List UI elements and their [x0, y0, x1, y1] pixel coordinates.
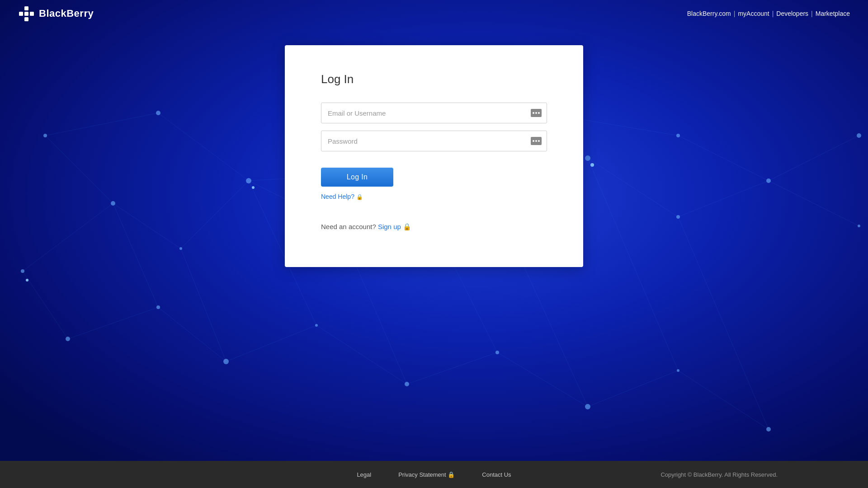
svg-point-55: [677, 369, 679, 372]
svg-rect-67: [24, 6, 28, 10]
svg-point-78: [538, 112, 540, 114]
nav-blackberry-com[interactable]: BlackBerry.com: [687, 10, 731, 17]
signup-prompt: Need an account?: [321, 223, 376, 230]
top-navigation: BlackBerry BlackBerry.com | myAccount | …: [0, 0, 868, 27]
main-content: Log In: [0, 27, 868, 267]
svg-point-62: [26, 279, 28, 282]
svg-point-82: [538, 140, 540, 142]
svg-point-81: [535, 140, 537, 142]
blackberry-logo-icon: [18, 5, 34, 22]
svg-rect-71: [30, 12, 34, 16]
nav-sep-1: |: [734, 10, 736, 17]
signup-section: Need an account? Sign up 🔒: [321, 223, 547, 231]
svg-point-37: [21, 269, 24, 273]
footer: Legal Privacy Statement 🔒 Contact Us Cop…: [0, 461, 868, 488]
footer-contact[interactable]: Contact Us: [482, 471, 511, 478]
svg-point-56: [766, 427, 771, 432]
svg-point-77: [535, 112, 537, 114]
svg-point-80: [533, 140, 534, 142]
svg-point-51: [315, 324, 318, 327]
password-input-icon: [531, 137, 542, 145]
login-card: Log In: [285, 45, 583, 267]
footer-privacy-label: Privacy Statement: [398, 471, 446, 478]
svg-point-50: [223, 359, 229, 364]
nav-my-account[interactable]: myAccount: [738, 10, 769, 17]
svg-point-48: [66, 337, 70, 341]
password-field-group: [321, 131, 547, 151]
svg-point-53: [495, 351, 499, 354]
password-input[interactable]: [321, 131, 547, 151]
nav-sep-3: |: [811, 10, 813, 17]
footer-privacy[interactable]: Privacy Statement 🔒: [398, 471, 455, 478]
svg-rect-69: [19, 12, 23, 16]
footer-copyright: Copyright © BlackBerry. All Rights Reser…: [660, 471, 778, 478]
svg-point-49: [156, 305, 160, 309]
email-field-group: [321, 103, 547, 123]
login-title: Log In: [321, 72, 547, 86]
bb-logo-svg: [18, 5, 34, 22]
logo-area: BlackBerry: [18, 5, 94, 22]
need-help-lock-icon: 🔒: [356, 194, 363, 200]
login-button[interactable]: Log In: [321, 168, 393, 187]
svg-rect-73: [24, 17, 28, 21]
nav-developers[interactable]: Developers: [776, 10, 808, 17]
footer-legal[interactable]: Legal: [357, 471, 371, 478]
signup-lock-icon: 🔒: [403, 223, 411, 230]
brand-name: BlackBerry: [39, 8, 94, 19]
need-help-link[interactable]: Need Help? 🔒: [321, 193, 547, 200]
signup-link[interactable]: Sign up 🔒: [378, 223, 411, 230]
need-help-label: Need Help?: [321, 193, 354, 200]
svg-point-52: [405, 382, 409, 386]
svg-point-76: [533, 112, 534, 114]
signup-link-label: Sign up: [378, 223, 401, 230]
email-input-icon: [531, 109, 542, 117]
email-input[interactable]: [321, 103, 547, 123]
nav-sep-2: |: [772, 10, 774, 17]
svg-rect-70: [24, 12, 28, 16]
nav-marketplace[interactable]: Marketplace: [816, 10, 850, 17]
footer-privacy-lock-icon: 🔒: [448, 471, 455, 478]
svg-point-54: [585, 404, 590, 409]
nav-links: BlackBerry.com | myAccount | Developers …: [687, 10, 850, 17]
